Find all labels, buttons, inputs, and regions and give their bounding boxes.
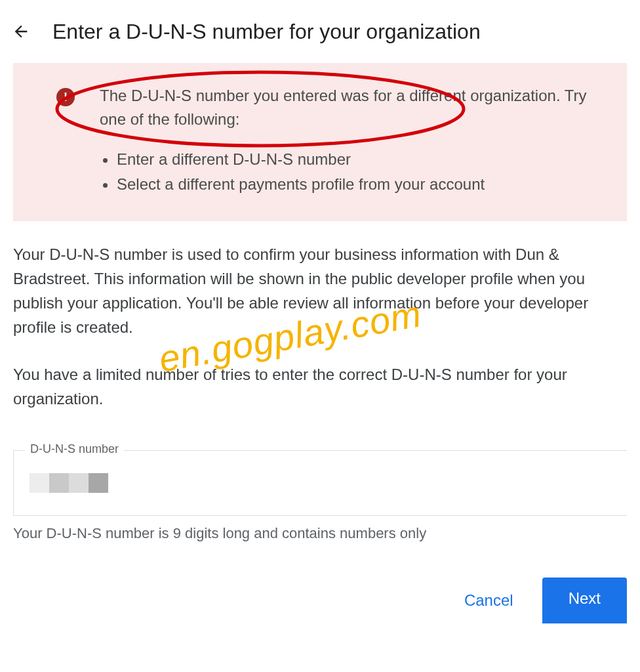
description-text-1: Your D-U-N-S number is used to confirm y… [13,242,627,340]
duns-helper-text: Your D-U-N-S number is 9 digits long and… [13,525,627,542]
description-text-2: You have a limited number of tries to en… [13,362,627,411]
error-alert: ! The D-U-N-S number you entered was for… [13,63,627,221]
duns-input[interactable] [13,450,627,516]
alert-option: Enter a different D-U-N-S number [117,147,603,172]
cancel-button[interactable]: Cancel [459,583,519,618]
alert-option: Select a different payments profile from… [117,172,603,197]
alert-message: The D-U-N-S number you entered was for a… [100,84,603,131]
next-button[interactable]: Next [542,578,627,623]
duns-field: D-U-N-S number [13,450,627,516]
page-title: Enter a D-U-N-S number for your organiza… [52,20,481,44]
redacted-value [30,463,611,503]
back-button[interactable] [8,18,34,45]
arrow-left-icon [12,22,30,41]
duns-field-label: D-U-N-S number [25,442,124,456]
error-icon: ! [56,88,75,106]
alert-options-list: Enter a different D-U-N-S number Select … [100,147,603,198]
